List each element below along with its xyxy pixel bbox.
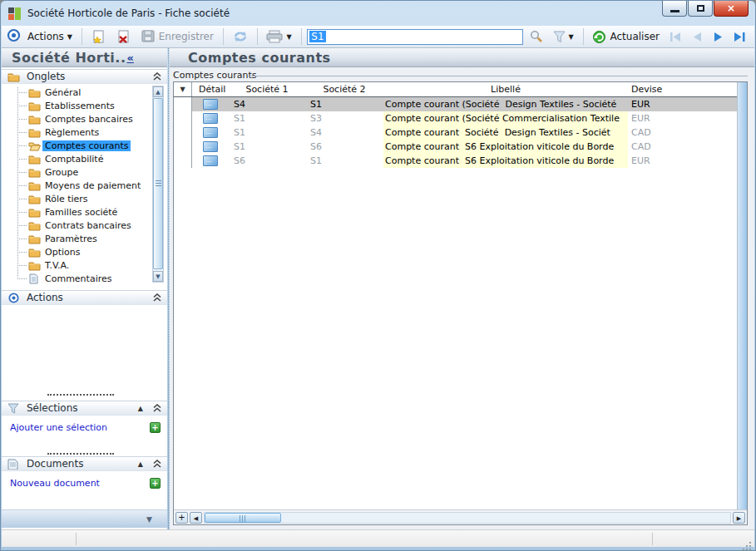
sidebar-tab-item[interactable]: Options <box>2 245 167 258</box>
row-selector-cell[interactable] <box>174 125 192 140</box>
onglets-section-header[interactable]: Onglets <box>2 69 167 84</box>
scroll-up-icon[interactable]: ▲ <box>153 86 163 97</box>
row-detail-button[interactable]: … <box>203 127 218 138</box>
sidebar-tab-item[interactable]: Comptabilité <box>2 152 167 165</box>
actions-menu-button[interactable]: Actions ▼ <box>24 30 76 43</box>
cell-devise[interactable]: EUR <box>628 99 737 110</box>
sidebar-tab-item[interactable]: Comptes courants <box>2 139 167 152</box>
row-detail-button[interactable]: … <box>203 141 218 152</box>
cell-societe2[interactable]: S4 <box>305 127 383 138</box>
row-selector-cell[interactable] <box>174 154 192 168</box>
cell-libelle[interactable]: Compte courant (Société Commercialisatio… <box>383 111 628 125</box>
cell-societe1[interactable]: S1 <box>229 127 305 138</box>
nav-last-button[interactable] <box>730 31 749 43</box>
nav-first-button[interactable] <box>666 31 685 43</box>
delete-record-button[interactable] <box>113 29 135 45</box>
grid-vertical-scrollbar[interactable] <box>737 82 747 509</box>
cell-societe2[interactable]: S1 <box>305 155 383 166</box>
sidebar-collapse-link[interactable]: « <box>126 52 133 64</box>
table-row[interactable]: … S1 S6 Compte courant S6 Exploitation v… <box>174 140 737 154</box>
column-header-societe1[interactable]: Société 1 <box>229 84 305 95</box>
documents-section-header[interactable]: Documents ▲ <box>2 456 167 471</box>
collapse-section-icon[interactable] <box>153 404 161 412</box>
cell-societe1[interactable]: S6 <box>229 155 305 166</box>
cell-devise[interactable]: EUR <box>628 113 737 124</box>
nav-next-button[interactable] <box>709 31 727 43</box>
tree-scrollbar-thumb[interactable] <box>153 98 163 269</box>
grid-hscroll-thumb[interactable] <box>205 513 281 523</box>
cell-libelle[interactable]: Compte courant (Société Design Textiles … <box>383 97 628 111</box>
new-document-plus-icon[interactable]: + <box>150 478 161 489</box>
cell-societe1[interactable]: S1 <box>229 113 305 124</box>
chevron-down-icon[interactable]: ▼ <box>146 515 152 524</box>
add-selection-link[interactable]: Ajouter une sélection <box>10 422 107 433</box>
resize-grip[interactable] <box>749 542 751 544</box>
sidebar-tab-item[interactable]: Contrats bancaires <box>2 219 167 232</box>
nav-previous-button[interactable] <box>689 31 706 43</box>
grid-filter-dropdown-icon[interactable]: ▼ <box>174 82 192 96</box>
column-header-detail[interactable]: Détail <box>192 84 229 95</box>
row-selector-cell[interactable] <box>174 140 192 154</box>
sidebar-tab-item[interactable]: Général <box>2 86 167 99</box>
row-detail-button[interactable]: … <box>203 113 218 124</box>
sidebar-tab-item[interactable]: Comptes bancaires <box>2 112 167 125</box>
cell-societe1[interactable]: S4 <box>229 99 305 110</box>
sidebar-tab-item[interactable]: Rôle tiers <box>2 192 167 205</box>
refresh-data-button[interactable]: Actualiser <box>589 29 663 45</box>
table-row[interactable]: … S4 S1 Compte courant (Société Design T… <box>174 97 737 111</box>
collapse-section-icon[interactable] <box>153 460 161 468</box>
table-row[interactable]: … S6 S1 Compte courant S6 Exploitation v… <box>174 154 737 168</box>
search-input[interactable]: S1 <box>307 29 522 45</box>
add-selection-plus-icon[interactable]: + <box>150 422 161 433</box>
cell-libelle[interactable]: Compte courant Société Design Textiles -… <box>383 125 628 140</box>
row-selector-cell[interactable] <box>174 97 192 111</box>
new-record-button[interactable] <box>88 29 110 45</box>
cell-societe2[interactable]: S1 <box>305 99 383 110</box>
scroll-right-button[interactable]: ▶ <box>733 512 745 524</box>
scroll-section-up-icon[interactable]: ▲ <box>138 460 143 468</box>
sidebar-tab-item[interactable]: Groupe <box>2 165 167 179</box>
cell-devise[interactable]: EUR <box>628 155 737 166</box>
cell-libelle[interactable]: Compte courant S6 Exploitation viticole … <box>383 154 628 168</box>
search-button[interactable] <box>526 29 546 44</box>
add-row-button[interactable]: + <box>175 512 188 524</box>
collapse-section-icon[interactable] <box>153 293 161 302</box>
cell-devise[interactable]: CAD <box>628 141 737 152</box>
sidebar-tab-item[interactable]: T.V.A. <box>2 258 167 272</box>
sidebar-tab-item[interactable]: Etablissements <box>2 99 167 112</box>
minimize-button[interactable] <box>662 1 687 17</box>
cell-libelle[interactable]: Compte courant S6 Exploitation viticole … <box>383 140 628 154</box>
grid-horizontal-scrollbar[interactable] <box>204 512 731 524</box>
cell-devise[interactable]: CAD <box>628 127 737 138</box>
row-selector-cell[interactable] <box>174 111 192 125</box>
restore-button[interactable] <box>688 1 713 17</box>
cell-societe1[interactable]: S1 <box>229 141 305 152</box>
column-header-devise[interactable]: Devise <box>628 84 747 95</box>
column-header-societe2[interactable]: Société 2 <box>305 84 383 95</box>
print-button[interactable]: ▼ <box>263 29 294 44</box>
sidebar-footer[interactable]: ▼ <box>2 509 167 528</box>
cell-societe2[interactable]: S3 <box>305 113 383 124</box>
scroll-section-up-icon[interactable]: ▲ <box>138 405 143 412</box>
row-detail-button[interactable]: … <box>203 155 218 166</box>
table-row[interactable]: … S1 S3 Compte courant (Société Commerci… <box>174 111 737 125</box>
new-document-link[interactable]: Nouveau document <box>10 478 100 489</box>
filter-button[interactable]: ▼ <box>550 30 577 44</box>
sidebar-tab-item[interactable]: Familles société <box>2 205 167 219</box>
actions-section-header[interactable]: Actions <box>2 290 167 305</box>
scroll-down-icon[interactable]: ▼ <box>153 271 163 282</box>
cell-societe2[interactable]: S6 <box>305 141 383 152</box>
table-row[interactable]: … S1 S4 Compte courant Société Design Te… <box>174 125 737 140</box>
collapse-section-icon[interactable] <box>153 72 161 81</box>
scroll-left-button[interactable]: ◀ <box>190 512 202 524</box>
sidebar-tab-item[interactable]: Paramètres <box>2 232 167 245</box>
sidebar-tab-item[interactable]: Règlements <box>2 125 167 139</box>
tree-scrollbar[interactable]: ▲ ▼ <box>152 86 164 283</box>
save-button[interactable]: Enregistrer <box>138 29 217 44</box>
selections-section-header[interactable]: Sélections ▲ <box>2 401 167 416</box>
column-header-libelle[interactable]: Libellé <box>383 84 628 95</box>
sidebar-tab-item[interactable]: Moyens de paiement <box>2 179 167 192</box>
sidebar-tab-item[interactable]: Commentaires <box>2 272 167 284</box>
row-detail-button[interactable]: … <box>203 99 218 110</box>
reload-button[interactable] <box>230 29 251 44</box>
